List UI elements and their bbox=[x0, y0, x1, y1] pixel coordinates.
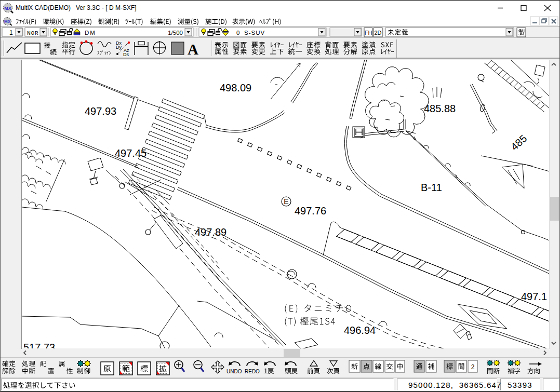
svg-text:485.88: 485.88 bbox=[424, 103, 456, 114]
svg-text:517.73: 517.73 bbox=[23, 342, 55, 348]
svg-text:497.89: 497.89 bbox=[195, 226, 226, 238]
svg-text:496.94: 496.94 bbox=[344, 325, 376, 336]
svg-text:485: 485 bbox=[509, 132, 529, 153]
svg-text:498.09: 498.09 bbox=[220, 82, 251, 93]
svg-text:497.45: 497.45 bbox=[115, 147, 146, 159]
svg-text:497.1: 497.1 bbox=[521, 291, 547, 302]
svg-text:497.76: 497.76 bbox=[295, 205, 326, 217]
svg-text:B-11: B-11 bbox=[421, 182, 442, 193]
svg-text:E: E bbox=[284, 197, 288, 206]
svg-text:497.93: 497.93 bbox=[85, 105, 116, 117]
